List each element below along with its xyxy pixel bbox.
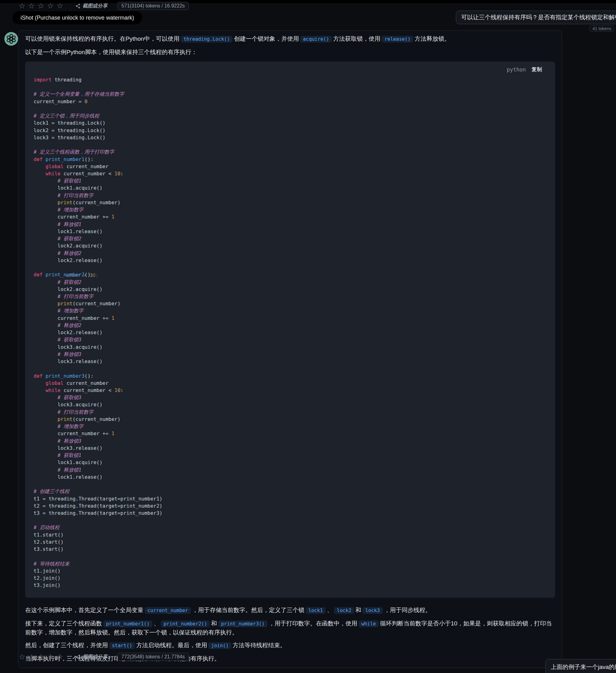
code-line: current_number += 1 bbox=[34, 213, 546, 220]
next-user-message-bubble: 上面的例子来一个java的版本 bbox=[546, 659, 616, 673]
paragraph-text: 和 bbox=[211, 620, 217, 627]
code-token: # 获取锁2 bbox=[57, 279, 81, 285]
code-language-label: python bbox=[507, 66, 526, 73]
code-token bbox=[34, 416, 57, 422]
code-line: # 增加数字 bbox=[34, 307, 546, 314]
code-token bbox=[34, 380, 46, 386]
star-icon[interactable]: ☆ bbox=[38, 653, 44, 661]
inline-code: lock3 bbox=[363, 607, 383, 614]
code-line: t2 = threading.Thread(target=print_numbe… bbox=[34, 502, 546, 509]
inline-code: acquire() bbox=[300, 36, 332, 43]
code-line: # 获取锁2 bbox=[34, 278, 546, 286]
inline-code: print_number3() bbox=[218, 621, 267, 627]
code-block-header: python 复制 bbox=[25, 65, 555, 75]
code-line: # 增加数字 bbox=[34, 206, 546, 213]
star-icon[interactable]: ☆ bbox=[57, 2, 63, 10]
code-line: lock3 = threading.Lock() bbox=[34, 134, 546, 141]
code-line: print(current_number) bbox=[34, 199, 546, 206]
paragraph-text: 可以使用锁来保持线程的有序执行。在Python中，可以使用 bbox=[25, 35, 179, 42]
star-icon[interactable]: ☆ bbox=[19, 653, 25, 661]
code-token: current_number = bbox=[34, 98, 84, 104]
code-token bbox=[34, 178, 57, 184]
code-token: lock3.acquire() bbox=[34, 344, 102, 350]
paragraph-text: 在这个示例脚本中，首先定义了一个全局变量 bbox=[25, 607, 143, 613]
inline-code: print_number2() bbox=[161, 621, 210, 627]
code-line bbox=[34, 517, 546, 524]
paragraph-text: ，用于存储当前数字。然后，定义了三个锁 bbox=[192, 607, 304, 613]
share-button-top[interactable]: 截图或分享 bbox=[75, 3, 108, 9]
glitch-ghost-text: umber < bbox=[66, 272, 89, 278]
code-token bbox=[43, 156, 46, 162]
code-token: current_number bbox=[63, 380, 109, 386]
copy-code-button[interactable]: 复制 bbox=[532, 66, 542, 73]
code-line: # 定义三个线程函数，用于打印数字 bbox=[34, 148, 546, 156]
star-icon[interactable]: ☆ bbox=[47, 653, 54, 661]
code-token: # 启动线程 bbox=[34, 524, 59, 530]
code-line: lock1.release() bbox=[34, 473, 546, 481]
inline-code: release() bbox=[382, 36, 413, 43]
code-token bbox=[34, 221, 57, 227]
code-token: lock3 = threading.Lock() bbox=[34, 135, 106, 141]
code-token: current_number < bbox=[61, 387, 115, 393]
code-token: # 增加数字 bbox=[57, 423, 83, 429]
user-message-bubble: 可以让三个线程保持有序吗？是否有指定某个线程锁定和解锁的方法 bbox=[456, 11, 616, 24]
code-token: t2.start() bbox=[34, 539, 63, 545]
code-token: # 获取锁3 bbox=[57, 395, 81, 400]
code-line: def print_number2():umber < 10: bbox=[34, 271, 546, 278]
share-button-bottom[interactable]: 截图或分享 bbox=[75, 654, 108, 660]
share-icon bbox=[75, 3, 80, 9]
code-line: # 等待线程结束 bbox=[34, 560, 546, 567]
code-token: print bbox=[57, 300, 72, 306]
code-token: t1.join() bbox=[34, 568, 61, 574]
code-token: t2.join() bbox=[34, 575, 61, 581]
code-line: print(current_number) bbox=[34, 300, 546, 307]
code-line: # 增加数字 bbox=[34, 423, 546, 430]
code-token bbox=[34, 322, 57, 328]
code-token: # 释放锁1 bbox=[57, 221, 81, 227]
paragraph-text: 以下是一个示例Python脚本，使用锁来保持三个线程的有序执行： bbox=[25, 49, 197, 55]
share-label: 截图或分享 bbox=[83, 3, 108, 9]
rating-stars-top: ☆☆☆☆☆ bbox=[19, 2, 63, 10]
code-line: lock1 = threading.Lock() bbox=[34, 120, 546, 127]
code-token: lock1.release() bbox=[34, 228, 102, 234]
code-token: : bbox=[120, 171, 124, 177]
code-line: # 启动线程 bbox=[34, 524, 546, 531]
code-token bbox=[34, 200, 57, 206]
code-line: t3.start() bbox=[34, 545, 546, 553]
star-icon[interactable]: ☆ bbox=[28, 653, 35, 661]
code-line: global current_number bbox=[34, 163, 546, 170]
code-line: # 打印当前数字 bbox=[34, 293, 546, 300]
code-line bbox=[34, 141, 546, 148]
code-line: def print_number3(): bbox=[34, 373, 546, 380]
glitch-ghost-text: 10 bbox=[89, 272, 95, 278]
watermark-pill: iShot (Purchase unlock to remove waterma… bbox=[12, 11, 142, 24]
code-token bbox=[34, 423, 57, 429]
code-body: import threading# 定义一个全局变量，用于存储当前数字curre… bbox=[25, 75, 555, 589]
code-line: # 获取锁2 bbox=[34, 235, 546, 242]
code-token bbox=[34, 236, 57, 242]
star-icon[interactable]: ☆ bbox=[57, 653, 63, 661]
code-token: def bbox=[34, 272, 43, 278]
code-token: lock3.acquire() bbox=[34, 402, 102, 408]
share-label: 截图或分享 bbox=[83, 654, 108, 660]
assistant-paragraph: 可以使用锁来保持线程的有序执行。在Python中，可以使用threading.L… bbox=[25, 34, 555, 43]
code-token: while bbox=[46, 387, 61, 393]
code-line: t2.join() bbox=[34, 575, 546, 582]
code-line bbox=[34, 83, 546, 90]
star-icon[interactable]: ☆ bbox=[19, 2, 25, 10]
code-token: (current_number) bbox=[72, 200, 120, 206]
code-line: # 释放锁2 bbox=[34, 322, 546, 329]
code-token: def bbox=[34, 156, 43, 162]
code-token: # 等待线程结束 bbox=[34, 561, 69, 567]
code-token bbox=[34, 409, 57, 415]
star-icon[interactable]: ☆ bbox=[47, 2, 54, 10]
star-icon[interactable]: ☆ bbox=[28, 2, 35, 10]
code-line bbox=[34, 105, 546, 112]
code-token: (): bbox=[84, 156, 93, 162]
code-token: t3.join() bbox=[34, 582, 61, 588]
code-token bbox=[34, 207, 57, 213]
code-token bbox=[34, 438, 57, 444]
code-token: import bbox=[34, 77, 52, 83]
code-token bbox=[34, 351, 57, 357]
star-icon[interactable]: ☆ bbox=[38, 2, 44, 10]
